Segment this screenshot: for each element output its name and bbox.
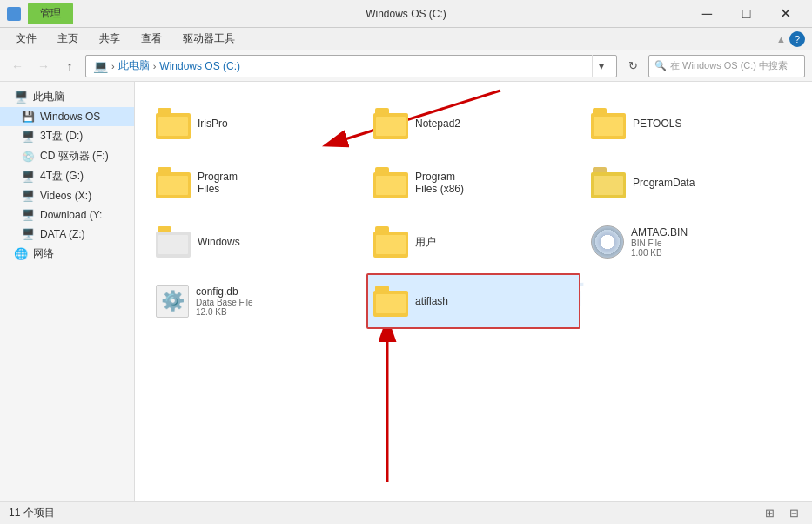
- folder-program-files[interactable]: Program Files: [149, 155, 262, 211]
- folder-icon: [373, 286, 408, 317]
- file-detail: IrisPro: [198, 118, 228, 130]
- path-this-pc[interactable]: 此电脑: [118, 58, 150, 73]
- file-detail: config.db Data Base File 12.0 KB: [196, 286, 253, 317]
- file-detail: Notepad2: [415, 118, 460, 130]
- folder-users[interactable]: 用户: [366, 214, 480, 270]
- empty-cell: [584, 273, 798, 329]
- file-detail: 用户: [415, 235, 436, 250]
- title-bar: 管理 Windows OS (C:) ─ □ ✕: [0, 0, 812, 28]
- file-name: AMTAG.BIN: [631, 226, 688, 238]
- help-button[interactable]: ?: [789, 31, 805, 47]
- folder-icon: [156, 108, 191, 139]
- folder-irispro[interactable]: IrisPro: [149, 96, 262, 151]
- file-name: Program Files (x86): [415, 171, 473, 195]
- window-title: Windows OS (C:): [366, 8, 446, 20]
- back-button[interactable]: ←: [7, 56, 28, 77]
- file-size: 1.00 KB: [631, 248, 688, 258]
- sidebar-label-4t: 4T盘 (G:): [40, 169, 84, 184]
- folder-petools[interactable]: PETOOLS: [584, 96, 697, 151]
- menu-drive-tools[interactable]: 驱动器工具: [174, 29, 244, 49]
- window-controls: ─ □ ✕: [688, 0, 805, 28]
- folder-icon: [373, 108, 408, 139]
- sidebar-item-windows-os[interactable]: 💾 Windows OS: [0, 107, 134, 126]
- drive-icon-z: 🖥️: [21, 227, 35, 241]
- file-type: Data Base File: [196, 298, 253, 307]
- file-name: atiflash: [415, 295, 448, 307]
- drive-icon-x: 🖥️: [21, 189, 35, 203]
- file-detail: PETOOLS: [633, 118, 681, 130]
- maximize-button[interactable]: □: [727, 0, 766, 28]
- menu-share[interactable]: 共享: [91, 29, 129, 49]
- sidebar-label-cd: CD 驱动器 (F:): [40, 149, 109, 164]
- path-dropdown[interactable]: ▾: [592, 55, 609, 77]
- up-button[interactable]: ↑: [59, 56, 80, 77]
- folder-programdata[interactable]: ProgramData: [584, 155, 697, 211]
- file-area: 亿破姐网站 IrisPro: [135, 82, 812, 501]
- file-config-db[interactable]: ⚙️ config.db Data Base File 12.0 KB: [149, 273, 262, 329]
- close-button[interactable]: ✕: [766, 0, 805, 28]
- folder-light-icon: [591, 167, 626, 198]
- forward-button[interactable]: →: [33, 56, 54, 77]
- drive-icon-c: 💾: [21, 110, 35, 124]
- file-name: 用户: [415, 235, 436, 250]
- ribbon-collapse[interactable]: ▲: [776, 34, 786, 44]
- folder-windows[interactable]: Windows: [149, 214, 262, 270]
- view-controls: ⊞ ⊟: [760, 504, 803, 523]
- file-detail: atiflash: [415, 295, 448, 307]
- folder-icon: [156, 226, 191, 258]
- disc-icon: [591, 225, 624, 259]
- search-icon: 🔍: [654, 60, 667, 71]
- sidebar-label-this-pc: 此电脑: [33, 90, 64, 104]
- minimize-button[interactable]: ─: [688, 0, 727, 28]
- cd-drive-icon: 💿: [21, 150, 35, 164]
- path-current[interactable]: Windows OS (C:): [159, 60, 240, 72]
- search-box[interactable]: 🔍 在 Windows OS (C:) 中搜索: [648, 55, 805, 77]
- file-name: IrisPro: [198, 118, 228, 130]
- sidebar-item-3t[interactable]: 🖥️ 3T盘 (D:): [0, 126, 134, 146]
- view-large-icons-button[interactable]: ⊟: [784, 504, 803, 523]
- file-name: ProgramData: [633, 177, 695, 189]
- folder-icon: [156, 167, 191, 198]
- sidebar-item-4t[interactable]: 🖥️ 4T盘 (G:): [0, 166, 134, 186]
- file-name: PETOOLS: [633, 118, 681, 130]
- sidebar-item-download[interactable]: 🖥️ Download (Y:: [0, 205, 134, 225]
- file-amtag[interactable]: AMTAG.BIN BIN File 1.00 KB: [584, 214, 697, 270]
- path-computer-icon: 💻: [93, 59, 108, 73]
- search-placeholder: 在 Windows OS (C:) 中搜索: [670, 59, 788, 72]
- sidebar-item-network[interactable]: 🌐 网络: [0, 244, 134, 264]
- drive-icon-d: 🖥️: [21, 130, 35, 144]
- sidebar-item-videos[interactable]: 🖥️ Videos (X:): [0, 186, 134, 205]
- drive-icon-g: 🖥️: [21, 170, 35, 184]
- file-detail: AMTAG.BIN BIN File 1.00 KB: [631, 226, 688, 258]
- folder-notepad2[interactable]: Notepad2: [366, 96, 480, 151]
- file-type: BIN File: [631, 238, 688, 248]
- sidebar-label-3t: 3T盘 (D:): [40, 129, 83, 144]
- sidebar-label-windows-os: Windows OS: [40, 111, 100, 123]
- folder-program-files-x86[interactable]: Program Files (x86): [366, 155, 480, 211]
- main-content: 🖥️ 此电脑 💾 Windows OS 🖥️ 3T盘 (D:) 💿 CD 驱动器…: [0, 82, 812, 501]
- path-separator-2: ›: [153, 61, 157, 71]
- file-name: Notepad2: [415, 118, 460, 130]
- gear-icon: ⚙️: [156, 285, 189, 318]
- path-separator-1: ›: [111, 61, 115, 71]
- app-icon: [7, 7, 21, 21]
- menu-bar: 文件 主页 共享 查看 驱动器工具 ▲ ?: [0, 28, 812, 50]
- network-icon: 🌐: [14, 247, 28, 261]
- item-count: 11 个项目: [9, 506, 55, 521]
- drive-icon-y: 🖥️: [21, 208, 35, 222]
- menu-file[interactable]: 文件: [7, 29, 45, 49]
- ribbon-tab-manage[interactable]: 管理: [28, 3, 73, 24]
- sidebar-item-this-pc[interactable]: 🖥️ 此电脑: [0, 87, 134, 107]
- menu-view[interactable]: 查看: [132, 29, 171, 49]
- status-bar: 11 个项目 ⊞ ⊟: [0, 501, 812, 524]
- menu-home[interactable]: 主页: [49, 29, 87, 49]
- folder-atiflash[interactable]: atiflash: [366, 273, 580, 329]
- refresh-button[interactable]: ↻: [622, 56, 643, 77]
- folder-icon: [591, 108, 626, 139]
- file-detail: Windows: [198, 236, 240, 248]
- sidebar-item-cd[interactable]: 💿 CD 驱动器 (F:): [0, 146, 134, 166]
- file-name: config.db: [196, 286, 253, 298]
- view-details-button[interactable]: ⊞: [760, 504, 779, 523]
- address-path[interactable]: 💻 › 此电脑 › Windows OS (C:) ▾: [85, 55, 617, 77]
- sidebar-item-data[interactable]: 🖥️ DATA (Z:): [0, 225, 134, 244]
